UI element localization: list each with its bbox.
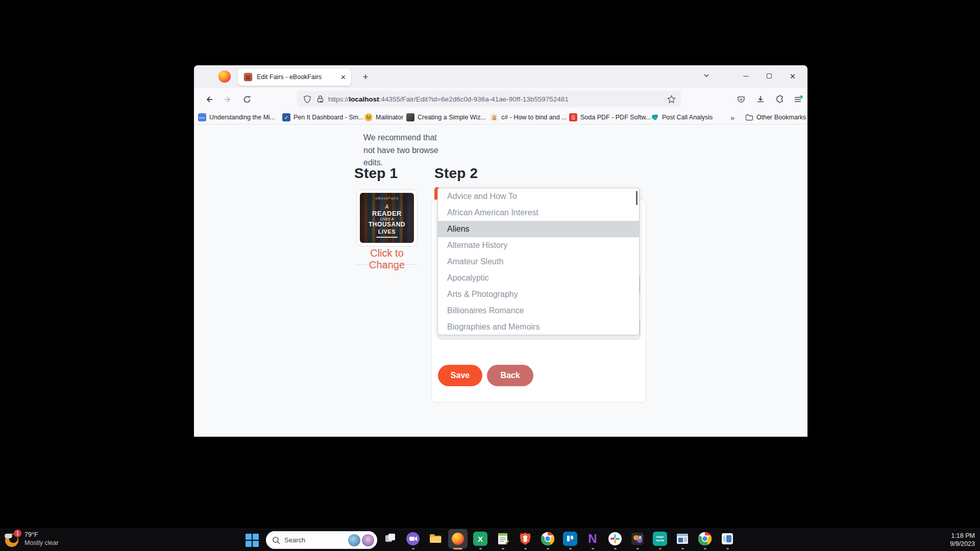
chrome-alt-icon[interactable] [698, 531, 712, 549]
shield-icon[interactable] [303, 95, 311, 104]
page-content: We recommend that not have two browse ed… [194, 125, 807, 437]
ebookfairs-favicon-icon [244, 73, 252, 81]
tab-close-icon[interactable]: ✕ [340, 73, 346, 81]
url-text: https://localhost:44355/Fair/Edit?id=6e2… [328, 95, 569, 103]
cover-image: eBookFairs A READER LIVES A THOUSAND LIV… [360, 193, 414, 243]
bookmark-label: c# - How to bind and ... [501, 114, 567, 121]
taskbar-search[interactable]: Search [266, 531, 377, 549]
task-view-icon[interactable] [383, 531, 398, 549]
brave-icon[interactable] [518, 531, 532, 549]
navigation-toolbar: https://localhost:44355/Fair/Edit?id=6e2… [194, 88, 807, 110]
maximize-button[interactable] [757, 65, 781, 87]
back-icon[interactable] [202, 92, 216, 107]
browser-tab[interactable]: Edit Fairs - eBookFairs ✕ [238, 68, 351, 86]
notification-badge: 1 [14, 530, 21, 537]
step1-heading: Step 1 [354, 165, 398, 182]
video-app-icon[interactable] [406, 531, 420, 549]
search-highlights-icon[interactable] [348, 534, 374, 546]
chrome-icon[interactable] [541, 531, 555, 549]
intro-text: We recommend that not have two browse ed… [363, 132, 438, 169]
new-tab-button[interactable]: + [358, 70, 373, 84]
file-explorer-icon[interactable] [428, 531, 443, 549]
bookmark-item[interactable]: ••• Understanding the Mi... [198, 112, 275, 123]
genre-option[interactable]: Billionaires Romance [438, 303, 639, 319]
search-icon [272, 536, 280, 544]
genre-option[interactable]: Arts & Photography [438, 286, 639, 303]
bookmarks-bar: ••• Understanding the Mi... ✓ Pen It Das… [194, 110, 807, 124]
folder-icon [745, 114, 753, 121]
fair-cover-thumbnail[interactable]: eBookFairs A READER LIVES A THOUSAND LIV… [356, 189, 418, 246]
weather-widget[interactable]: 1 79°F Mostly clear [4, 531, 59, 547]
reload-icon[interactable] [240, 92, 254, 107]
bookmark-item[interactable]: c# - How to bind and ... [490, 112, 567, 123]
design-app-icon[interactable] [630, 531, 645, 549]
genre-option[interactable]: Alternate History [438, 237, 639, 254]
close-button[interactable]: ✕ [781, 65, 804, 87]
slack-icon[interactable] [608, 531, 622, 549]
taskbar-icons: X N [383, 531, 734, 549]
dropdown-scrollbar[interactable] [636, 191, 638, 205]
teal-app-icon[interactable]: engnmusk [653, 531, 667, 549]
purple-n-app-icon[interactable]: N [585, 531, 600, 549]
notepad-app-icon[interactable] [496, 531, 510, 549]
other-bookmarks-label: Other Bookmarks [756, 114, 806, 121]
click-to-change-link[interactable]: Click to Change [351, 247, 423, 271]
genre-option[interactable]: African American Interest [438, 205, 639, 221]
bookmark-item[interactable]: Creating a Simple Wiz... [406, 112, 486, 123]
clock-date: 9/9/2023 [950, 540, 975, 548]
tab-title: Edit Fairs - eBookFairs [257, 73, 331, 81]
browser-window: Edit Fairs - eBookFairs ✕ + ✕ [194, 65, 807, 437]
bookmark-favicon-icon: M [364, 113, 373, 121]
genre-option[interactable]: Biographies and Memoirs [438, 319, 639, 335]
minimize-button[interactable] [734, 65, 757, 87]
bookmark-item[interactable]: Post Call Analysis [651, 112, 713, 123]
downloads-icon[interactable] [753, 92, 768, 107]
bookmark-favicon-icon [651, 113, 659, 121]
forward-icon[interactable] [220, 92, 235, 107]
bookmark-favicon-icon [490, 113, 498, 121]
trello-icon[interactable] [563, 531, 577, 549]
back-button[interactable]: Back [487, 365, 533, 386]
bookmark-favicon-icon [406, 113, 414, 121]
media-app-icon[interactable] [720, 531, 734, 549]
genre-option-highlighted[interactable]: Aliens [438, 221, 639, 237]
cover-flourish [376, 237, 398, 238]
weather-text: 79°F Mostly clear [24, 531, 59, 547]
bookmark-label: Pen It Dashboard - Sm... [293, 114, 364, 121]
excel-icon[interactable]: X [473, 531, 487, 549]
taskbar-clock[interactable]: 1:18 PM 9/9/2023 [950, 532, 975, 548]
desktop: Edit Fairs - eBookFairs ✕ + ✕ [0, 0, 980, 551]
firefox-view-icon[interactable] [218, 70, 231, 83]
tab-bar: Edit Fairs - eBookFairs ✕ + ✕ [194, 65, 807, 88]
bookmark-label: Post Call Analysis [662, 114, 713, 121]
taskbar: 1 79°F Mostly clear Search [0, 529, 980, 551]
bookmarks-overflow-chevron-icon[interactable]: » [730, 112, 734, 123]
bookmark-item[interactable]: ✓ Pen It Dashboard - Sm... [282, 112, 364, 123]
start-button[interactable] [246, 534, 259, 547]
pocket-icon[interactable] [734, 92, 748, 107]
menu-hamburger-icon[interactable] [791, 92, 805, 107]
other-bookmarks[interactable]: Other Bookmarks [745, 112, 806, 123]
weather-moon-icon: 1 [4, 531, 20, 547]
genre-option[interactable]: Advice and How To [438, 188, 639, 205]
genre-dropdown-list: Advice and How To African American Inter… [437, 188, 640, 335]
url-bar[interactable]: https://localhost:44355/Fair/Edit?id=6e2… [297, 91, 681, 107]
divider [356, 264, 417, 265]
cover-watermark: eBookFairs [360, 196, 414, 201]
step2-heading: Step 2 [434, 165, 478, 182]
bookmark-label: Creating a Simple Wiz... [418, 114, 486, 121]
bookmark-favicon-icon: ••• [198, 113, 206, 121]
document-app-icon[interactable] [675, 531, 690, 549]
extensions-puzzle-icon[interactable] [773, 92, 787, 107]
lock-warning-icon[interactable] [316, 95, 324, 103]
bookmark-item[interactable]: S Soda PDF - PDF Softw... [569, 112, 651, 123]
firefox-icon-active[interactable] [451, 531, 465, 549]
cover-title: A READER LIVES A THOUSAND LIVES [360, 204, 414, 235]
bookmark-item[interactable]: M Mailinator [364, 112, 403, 123]
genre-option[interactable]: Apocalyptic [438, 270, 639, 286]
save-button[interactable]: Save [438, 365, 482, 386]
bookmark-star-icon[interactable] [667, 95, 676, 104]
genre-option[interactable]: Amateur Sleuth [438, 254, 639, 270]
list-all-tabs-icon[interactable] [702, 71, 710, 80]
search-placeholder: Search [284, 536, 305, 544]
